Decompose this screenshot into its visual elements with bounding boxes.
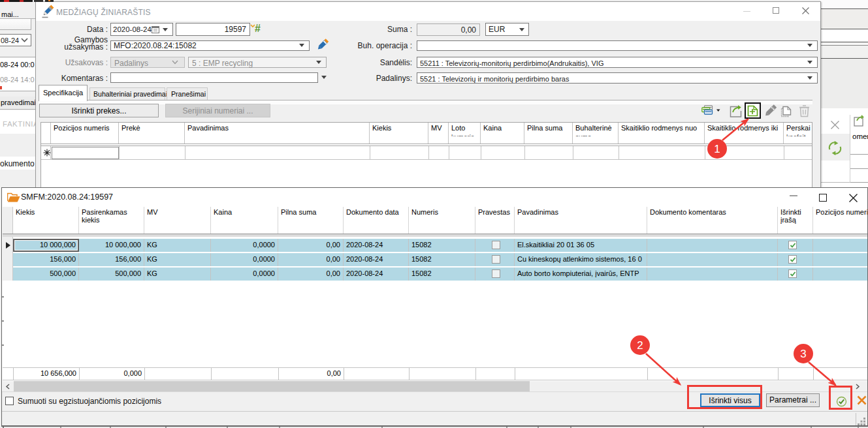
svg-text:3: 3 — [800, 348, 806, 360]
svg-text:1: 1 — [714, 143, 720, 155]
svg-text:2: 2 — [637, 339, 643, 352]
